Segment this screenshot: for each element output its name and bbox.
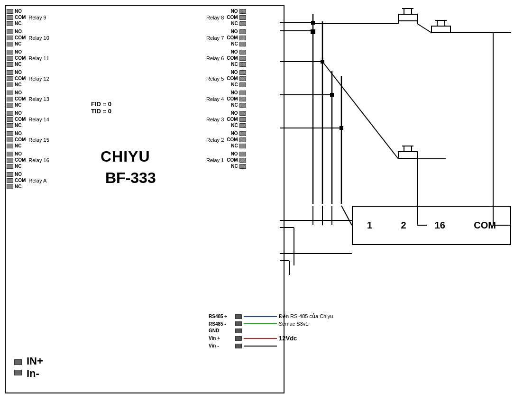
relay6-label: Relay 6: [206, 55, 224, 61]
rs485-minus-wire: [244, 323, 277, 324]
ctrl-label-com: COM: [474, 220, 496, 231]
relay7-label: Relay 7: [206, 35, 224, 41]
relay3-group: Relay 3 NO COM NC: [206, 110, 246, 128]
relay4-terminals: NO COM NC: [227, 90, 246, 108]
relay4-label: Relay 4: [206, 96, 224, 102]
relay11-terminals: NO COM NC: [7, 49, 26, 67]
relayA-terminals: NO COM NC: [7, 172, 26, 189]
in-plus-label: IN+: [27, 355, 43, 367]
in-minus-label: In-: [27, 367, 43, 380]
rs485-plus-row: RS485 + Đến RS-485 của Chiyu: [209, 313, 333, 320]
vin-plus-row: Vin + 12Vdc: [209, 335, 333, 342]
in-plus-terminal: [14, 359, 22, 365]
relay11-label: Relay 11: [28, 55, 49, 61]
relay9-terminals: NO COM NC: [7, 9, 26, 26]
relay1-terminals: NO COM NC: [227, 151, 246, 169]
relay5-terminals: NO COM NC: [227, 70, 246, 87]
relay16-label: Relay 16: [28, 157, 49, 163]
relay2-terminals: NO COM NC: [227, 131, 246, 148]
svg-rect-20: [330, 93, 334, 97]
relay4-group: Relay 4 NO COM NC: [206, 90, 246, 108]
relayA-label: Relay A: [28, 178, 46, 183]
vin-plus-terminal: [235, 336, 242, 341]
rs485-plus-wire: [244, 316, 277, 317]
vin-minus-terminal: [235, 344, 242, 348]
svg-line-45: [322, 62, 398, 159]
left-relays: NO COM NC Relay 9 NO COM NC Relay 10 NO …: [7, 9, 49, 192]
relay15-label: Relay 15: [28, 137, 49, 143]
relay13-label: Relay 13: [28, 96, 49, 102]
gnd-terminal: [235, 329, 242, 333]
rs485-minus-row: RS485 - Semac S3v1: [209, 321, 333, 327]
gnd-label: GND: [209, 328, 233, 333]
relay10-group: NO COM NC Relay 10: [7, 29, 49, 46]
tid-label: TID = 0: [91, 108, 111, 115]
relay10-terminals: NO COM NC: [7, 29, 26, 46]
svg-rect-2: [311, 29, 315, 34]
relay7-terminals: NO COM NC: [227, 29, 246, 46]
relay14-terminals: NO COM NC: [7, 110, 26, 128]
relayA-group: NO COM NC Relay A: [7, 172, 49, 189]
vin-minus-label: Vin -: [209, 343, 233, 348]
relay12-label: Relay 12: [28, 76, 49, 82]
relay16-terminals: NO COM NC: [7, 151, 26, 169]
svg-line-39: [417, 24, 431, 33]
model-text: BF-333: [105, 169, 156, 187]
brand-text: CHIYU: [101, 148, 150, 165]
relay2-label: Relay 2: [206, 137, 224, 143]
controller-box: 1 2 16 COM: [352, 206, 511, 245]
fid-label: FID = 0: [91, 100, 111, 108]
relay8-group: Relay 8 NO COM NC: [206, 9, 246, 26]
ctrl-label-16: 16: [435, 220, 445, 231]
rs485-plus-text: Đến RS-485 của Chiyu: [279, 313, 333, 320]
vin-plus-wire: [244, 338, 277, 339]
relay14-label: Relay 14: [28, 117, 49, 122]
relay8-label: Relay 8: [206, 15, 224, 20]
rs485-plus-label: RS485 +: [209, 314, 233, 319]
relay3-terminals: NO COM NC: [227, 110, 246, 128]
relay9-label: Relay 9: [28, 15, 46, 20]
relay5-label: Relay 5: [206, 76, 224, 82]
relay16-group: NO COM NC Relay 16: [7, 151, 49, 169]
rs485-minus-label: RS485 -: [209, 321, 233, 327]
gnd-row: GND: [209, 328, 333, 333]
bottom-terminals: RS485 + Đến RS-485 của Chiyu RS485 - Sem…: [209, 313, 333, 350]
input-labels: IN+ In-: [27, 355, 43, 380]
relay1-label: Relay 1: [206, 157, 224, 163]
svg-rect-18: [321, 60, 324, 64]
svg-line-26: [341, 206, 352, 225]
relay3-label: Relay 3: [206, 117, 224, 122]
rs485-plus-terminal: [235, 314, 242, 319]
vin-plus-label: Vin +: [209, 336, 233, 341]
ctrl-label-1: 1: [367, 220, 372, 231]
relay5-group: Relay 5 NO COM NC: [206, 70, 246, 87]
relay13-group: NO COM NC Relay 13: [7, 90, 49, 108]
relay11-group: NO COM NC Relay 11: [7, 49, 49, 67]
vin-label: 12Vdc: [279, 335, 297, 342]
relay7-group: Relay 7 NO COM NC: [206, 29, 246, 46]
relay15-group: NO COM NC Relay 15: [7, 131, 49, 148]
rs485-minus-text: Semac S3v1: [279, 321, 308, 327]
rs485-minus-terminal: [235, 321, 242, 326]
relay8-terminals: NO COM NC: [227, 9, 246, 26]
svg-rect-3: [398, 14, 417, 21]
relay12-group: NO COM NC Relay 12: [7, 70, 49, 87]
fid-tid-text: FID = 0 TID = 0: [91, 100, 111, 115]
vin-minus-row: Vin -: [209, 343, 333, 348]
svg-rect-32: [398, 152, 417, 158]
relay14-group: NO COM NC Relay 14: [7, 110, 49, 128]
vin-minus-wire: [244, 346, 277, 347]
input-terminals: [14, 359, 22, 375]
input-section: IN+ In-: [14, 355, 43, 380]
svg-rect-22: [340, 126, 343, 130]
right-relays: Relay 8 NO COM NC Relay 7 NO COM NC Rela…: [206, 9, 246, 172]
relay6-terminals: NO COM NC: [227, 49, 246, 67]
relay15-terminals: NO COM NC: [7, 131, 26, 148]
relay13-terminals: NO COM NC: [7, 90, 26, 108]
relay6-group: Relay 6 NO COM NC: [206, 49, 246, 67]
relay12-terminals: NO COM NC: [7, 70, 26, 87]
relay10-label: Relay 10: [28, 35, 49, 41]
relay2-group: Relay 2 NO COM NC: [206, 131, 246, 148]
svg-rect-7: [431, 26, 450, 33]
main-container: FID = 0 TID = 0 CHIYU BF-333 NO COM NC R…: [0, 0, 514, 420]
